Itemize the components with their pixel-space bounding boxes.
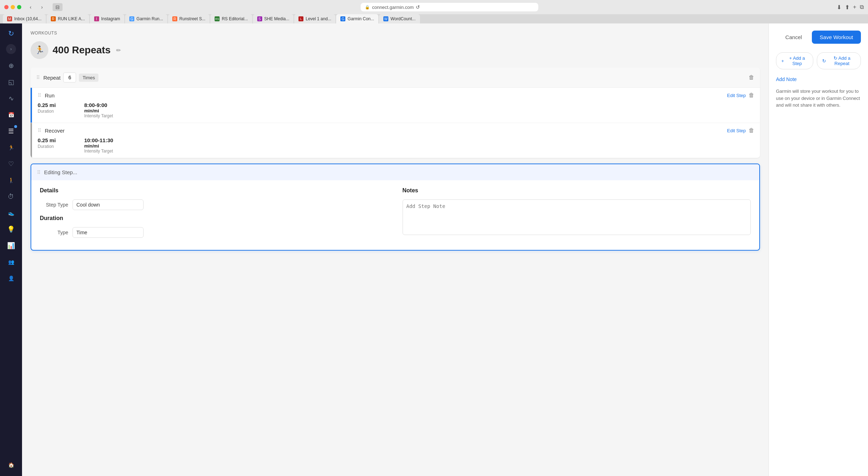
address-bar[interactable]: 🔒 connect.garmin.com ↺ bbox=[361, 3, 538, 11]
back-button[interactable]: ‹ bbox=[26, 3, 36, 11]
running-icon: 🏃 bbox=[8, 145, 14, 150]
garmin-logo[interactable]: ↻ bbox=[5, 27, 17, 40]
tab-wordcount[interactable]: W WordCount... bbox=[379, 14, 420, 23]
sidebar-item-reports[interactable]: 📊 bbox=[4, 238, 18, 253]
add-step-button[interactable]: + + Add a Step bbox=[776, 52, 813, 69]
new-tab-icon[interactable]: + bbox=[853, 4, 856, 10]
sidebar-item-clock[interactable]: ⏱ bbox=[4, 189, 18, 204]
tab-gmail[interactable]: M Inbox (10,64... bbox=[3, 14, 46, 23]
tab-favicon-wordcount: W bbox=[383, 16, 388, 21]
forward-button[interactable]: › bbox=[37, 3, 47, 11]
tab-level1[interactable]: L Level 1 and... bbox=[294, 14, 335, 23]
sidebar: ↻ › ⊕ ◱ ∿ 📅 ☰ 🏃 ♡ 🚶 ⏱ 👟 bbox=[0, 23, 22, 476]
sidebar-item-home[interactable]: 🏠 bbox=[4, 458, 18, 472]
recover-drag-handle[interactable]: ⠿ bbox=[38, 128, 41, 133]
minimize-traffic-light[interactable] bbox=[11, 5, 15, 9]
sidebar-expand-button[interactable]: › bbox=[6, 44, 16, 54]
workouts-icon: ☰ bbox=[8, 127, 14, 135]
refresh-button[interactable]: ↺ bbox=[416, 4, 420, 10]
recover-step-header: ⠿ Recover Edit Step 🗑 bbox=[38, 127, 754, 134]
tab-runstreet[interactable]: R Runstreet S... bbox=[168, 14, 210, 23]
maximize-traffic-light[interactable] bbox=[17, 5, 21, 9]
sidebar-item-health[interactable]: ♡ bbox=[4, 156, 18, 171]
sidebar-item-connections[interactable]: 👥 bbox=[4, 255, 18, 269]
nav-arrows: ‹ › bbox=[26, 3, 47, 11]
share-icon[interactable]: ⬆ bbox=[845, 4, 850, 11]
tab-label-wordcount: WordCount... bbox=[390, 16, 415, 21]
step-type-select[interactable]: Warm up Run Recover Cool down Rest Other bbox=[72, 199, 144, 210]
duration-type-select[interactable]: Time Distance Lap Button Press Calories … bbox=[72, 227, 144, 238]
edit-workout-name-icon[interactable]: ✏ bbox=[116, 47, 121, 54]
run-delete-button[interactable]: 🗑 bbox=[749, 92, 754, 98]
run-drag-handle[interactable]: ⠿ bbox=[38, 92, 41, 98]
main-content: WORKOUTS 🏃 400 Repeats ✏ ⠿ Repeat Times bbox=[22, 23, 769, 476]
tab-label-instagram: Instagram bbox=[101, 16, 120, 21]
sidebar-item-dashboard[interactable]: ◱ bbox=[4, 75, 18, 90]
editing-content: Details Step Type Warm up Run Recover Co… bbox=[31, 180, 759, 250]
duration-title: Duration bbox=[40, 215, 388, 221]
tab-label-level1: Level 1 and... bbox=[306, 16, 331, 21]
run-step-header: ⠿ Run Edit Step 🗑 bbox=[38, 92, 754, 98]
times-badge[interactable]: Times bbox=[79, 74, 98, 82]
editing-block-header: ⠿ Editing Step... bbox=[31, 164, 759, 180]
add-repeat-label: ↻ Add a Repeat bbox=[828, 55, 856, 66]
sidebar-item-running[interactable]: 🏃 bbox=[4, 140, 18, 155]
chart-icon: 📊 bbox=[7, 242, 15, 250]
window-controls: ⊟ bbox=[53, 3, 63, 11]
recover-edit-step-link[interactable]: Edit Step bbox=[727, 128, 746, 133]
tab-garmin-connect[interactable]: G Garmin Con... bbox=[336, 14, 378, 23]
sidebar-item-steps[interactable]: 🚶 bbox=[4, 173, 18, 188]
repeat-block-header: ⠿ Repeat Times 🗑 bbox=[31, 68, 760, 88]
delete-repeat-button[interactable]: 🗑 bbox=[749, 74, 754, 81]
run-metric-duration: 0.25 mi Duration bbox=[38, 102, 56, 118]
workouts-badge bbox=[14, 125, 17, 128]
sidebar-item-training[interactable]: ∿ bbox=[4, 91, 18, 106]
sidebar-item-insights[interactable]: 💡 bbox=[4, 222, 18, 237]
close-traffic-light[interactable] bbox=[4, 5, 9, 9]
recover-delete-button[interactable]: 🗑 bbox=[749, 127, 754, 134]
save-workout-button[interactable]: Save Workout bbox=[812, 31, 861, 44]
sidebar-item-shoes[interactable]: 👟 bbox=[4, 205, 18, 220]
repeat-drag-handle[interactable]: ⠿ bbox=[36, 75, 40, 80]
window-icon[interactable]: ⧉ bbox=[860, 4, 864, 10]
right-panel: Cancel Save Workout + + Add a Step ↻ ↻ A… bbox=[769, 23, 868, 476]
notes-title: Notes bbox=[403, 187, 751, 194]
tab-garmin-run[interactable]: G Garmin Run... bbox=[125, 14, 167, 23]
download-icon[interactable]: ⬇ bbox=[837, 4, 841, 11]
tab-favicon-garmin-run: G bbox=[129, 16, 134, 21]
editing-step-block: ⠿ Editing Step... Details Step Type Warm… bbox=[31, 164, 760, 251]
lightbulb-icon: 💡 bbox=[7, 225, 15, 233]
tabs-bar: M Inbox (10,64... R RUN LIKE A... I Inst… bbox=[0, 14, 868, 23]
sidebar-item-calendar[interactable]: 📅 bbox=[4, 107, 18, 122]
sidebar-item-activities[interactable]: ⊕ bbox=[4, 58, 18, 73]
step-type-label: Step Type bbox=[40, 202, 68, 208]
step-note-textarea[interactable] bbox=[403, 199, 751, 235]
duration-type-row: Type Time Distance Lap Button Press Calo… bbox=[40, 227, 388, 238]
add-repeat-button[interactable]: ↻ ↻ Add a Repeat bbox=[817, 52, 861, 69]
dashboard-icon: ◱ bbox=[8, 78, 14, 86]
editing-drag-handle[interactable]: ⠿ bbox=[37, 170, 41, 175]
workout-sport-icon: 🏃 bbox=[31, 41, 48, 59]
traffic-lights bbox=[4, 5, 21, 9]
sidebar-item-workouts[interactable]: ☰ bbox=[4, 124, 18, 139]
sidebar-item-groups[interactable]: 👤 bbox=[4, 271, 18, 286]
tab-she-media[interactable]: S SHE Media... bbox=[253, 14, 294, 23]
run-edit-step-link[interactable]: Edit Step bbox=[727, 93, 746, 98]
recover-duration-label: Duration bbox=[38, 144, 56, 149]
run-step-content: ⠿ Run Edit Step 🗑 0.25 mi Duration bbox=[32, 88, 760, 123]
tab-label-runstreet: Runstreet S... bbox=[179, 16, 205, 21]
run-metric-intensity: 8:00-9:00 min/mi Intensity Target bbox=[84, 102, 113, 118]
tab-instagram[interactable]: I Instagram bbox=[90, 14, 124, 23]
add-note-link[interactable]: Add Note bbox=[776, 76, 861, 82]
tab-rs-editorial[interactable]: RS RS Editorial... bbox=[210, 14, 252, 23]
url-text: connect.garmin.com bbox=[372, 5, 414, 10]
cancel-button[interactable]: Cancel bbox=[780, 31, 808, 43]
panel-btn-group: + + Add a Step ↻ ↻ Add a Repeat bbox=[776, 52, 861, 69]
recover-intensity-sub: min/mi bbox=[84, 143, 113, 149]
duration-type-label: Type bbox=[40, 230, 68, 235]
tab-runlikea[interactable]: R RUN LIKE A... bbox=[47, 14, 89, 23]
recover-duration-value: 0.25 mi bbox=[38, 137, 56, 143]
home-icon: 🏠 bbox=[8, 462, 14, 468]
repeat-count-input[interactable] bbox=[63, 73, 76, 82]
sidebar-toggle-button[interactable]: ⊟ bbox=[53, 3, 63, 11]
